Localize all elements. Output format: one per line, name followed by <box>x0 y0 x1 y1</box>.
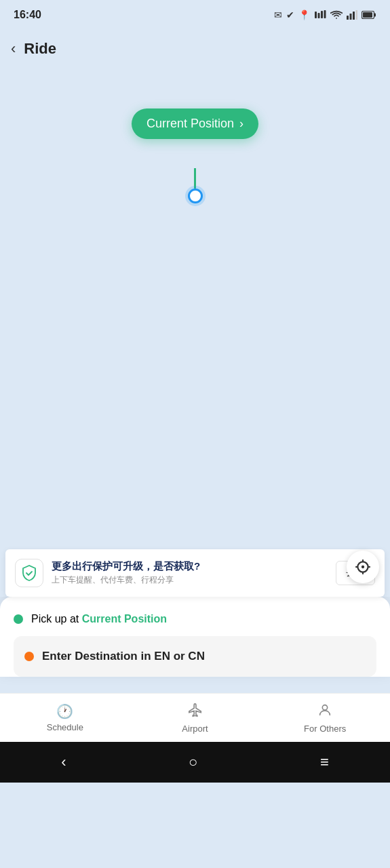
svg-rect-5 <box>350 14 352 20</box>
current-position-label: Current Position <box>147 117 234 131</box>
sys-menu-button[interactable]: ≡ <box>320 753 329 771</box>
promo-left: 更多出行保护可升级，是否获取? 上下车提醒、代付车费、行程分享 <box>15 559 330 587</box>
svg-rect-3 <box>324 10 326 18</box>
svg-rect-2 <box>321 11 323 18</box>
back-button[interactable]: ‹ <box>11 41 16 56</box>
svg-rect-1 <box>318 13 320 18</box>
destination-placeholder: Enter Destination in EN or CN <box>42 650 205 663</box>
for-others-icon <box>317 703 332 721</box>
shield-icon-container <box>15 559 43 587</box>
location-icon: 📍 <box>298 9 310 20</box>
nav-item-airport[interactable]: Airport <box>130 697 260 739</box>
bottom-card: Pick up at Current Position Enter Destin… <box>0 597 390 677</box>
status-bar: 16:40 ✉ ✔ 📍 <box>0 0 390 30</box>
wifi-icon <box>330 10 343 20</box>
destination-input-box[interactable]: Enter Destination in EN or CN <box>14 636 376 677</box>
map-area: Current Position › 更多出行保护可升级，是 <box>0 68 390 597</box>
bottom-nav: 🕐 Schedule Airport For Others <box>0 693 390 742</box>
battery-icon <box>362 11 376 19</box>
svg-rect-7 <box>356 10 358 20</box>
svg-rect-10 <box>363 12 372 18</box>
nav-label-airport: Airport <box>182 724 208 734</box>
signal-icon <box>347 10 357 20</box>
pickup-label: Pick up at Current Position <box>31 613 167 625</box>
email-icon: ✉ <box>274 9 282 20</box>
pickup-location: Current Position <box>82 613 167 625</box>
pickup-prefix: Pick up at <box>31 613 82 625</box>
chevron-right-icon: › <box>239 117 243 131</box>
shield-icon <box>21 564 37 582</box>
promo-subtitle: 上下车提醒、代付车费、行程分享 <box>52 574 330 586</box>
header: ‹ Ride <box>0 30 390 68</box>
nav-item-schedule[interactable]: 🕐 Schedule <box>0 698 130 738</box>
svg-rect-4 <box>347 16 349 20</box>
page-title: Ride <box>24 40 56 58</box>
promo-title: 更多出行保护可升级，是否获取? <box>52 560 330 573</box>
orange-dot-icon <box>24 652 34 661</box>
status-time: 16:40 <box>14 9 41 21</box>
location-fab-button[interactable] <box>347 551 379 583</box>
pin-line <box>194 168 196 189</box>
promo-banner: 更多出行保护可升级，是否获取? 上下车提醒、代付车费、行程分享 去开 <box>5 549 385 597</box>
promo-text: 更多出行保护可升级，是否获取? 上下车提醒、代付车费、行程分享 <box>52 560 330 586</box>
nav-item-for-others[interactable]: For Others <box>260 697 390 739</box>
pin-dot <box>188 189 203 203</box>
airport-icon <box>188 703 203 721</box>
svg-rect-9 <box>374 14 376 17</box>
svg-point-12 <box>362 566 364 568</box>
system-nav-bar: ‹ ○ ≡ <box>0 742 390 783</box>
sys-back-button[interactable]: ‹ <box>61 753 66 771</box>
check-icon: ✔ <box>286 9 294 20</box>
svg-rect-6 <box>353 12 355 20</box>
svg-rect-0 <box>315 12 317 18</box>
crosshair-icon <box>354 558 372 576</box>
pickup-row: Pick up at Current Position <box>14 613 376 636</box>
sys-home-button[interactable]: ○ <box>189 753 197 771</box>
schedule-icon: 🕐 <box>56 703 73 719</box>
current-position-button[interactable]: Current Position › <box>132 108 258 139</box>
nav-label-for-others: For Others <box>304 724 346 734</box>
nav-label-schedule: Schedule <box>47 722 83 732</box>
pin-connector <box>188 168 203 203</box>
svg-point-17 <box>323 705 328 709</box>
green-dot-icon <box>14 614 23 624</box>
status-icons: ✉ ✔ 📍 <box>274 9 376 20</box>
sim-icon <box>314 10 326 20</box>
